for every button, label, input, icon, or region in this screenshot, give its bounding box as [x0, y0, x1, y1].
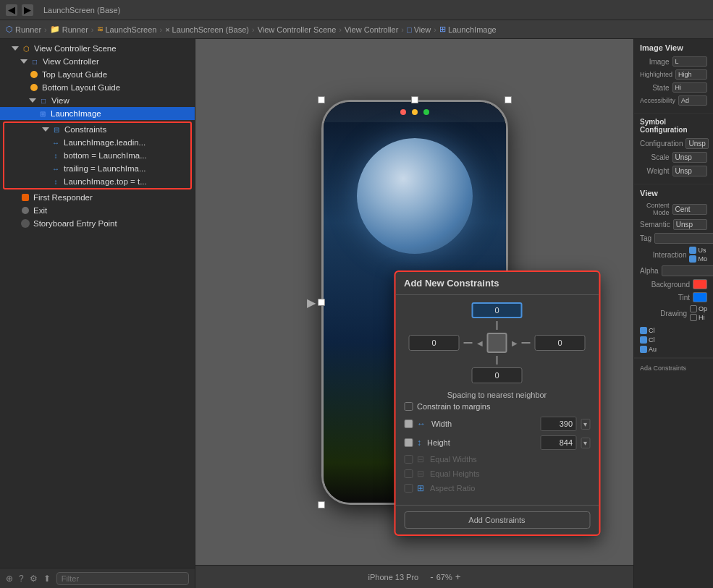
canvas-area[interactable]: ▶ Add New Constraints [195, 39, 633, 565]
breadcrumb-view[interactable]: □ View [407, 25, 431, 34]
filter-icon2: ? [19, 574, 24, 584]
constraint-icon: ↕ [51, 176, 61, 187]
handle-top-mid[interactable] [411, 96, 418, 103]
au-check[interactable] [640, 346, 647, 353]
width-select[interactable]: ▾ [581, 419, 590, 430]
arrow-right-icon: ▶ [512, 339, 518, 347]
sidebar-item-first-responder[interactable]: First Responder [0, 191, 195, 204]
state-value[interactable]: Hi [672, 82, 708, 93]
breadcrumb-vc[interactable]: View Controller [345, 25, 398, 34]
breadcrumb-base[interactable]: × LaunchScreen (Base) [165, 25, 249, 34]
breadcrumb-runner2[interactable]: 📁 Runner [50, 25, 88, 34]
inspector-row-alpha: Alpha [640, 265, 707, 276]
width-checkbox[interactable] [404, 419, 413, 428]
checkbox-group: Cl Cl Au [640, 327, 707, 353]
content-mode-value[interactable]: Cent [672, 204, 708, 215]
width-input[interactable] [540, 417, 576, 431]
height-select[interactable]: ▾ [581, 438, 590, 448]
sidebar-item-vc-scene[interactable]: ⬡ View Controller Scene [0, 42, 195, 55]
zoom-in-button[interactable]: + [455, 571, 461, 582]
zoom-controls: - 67% + [430, 571, 460, 582]
inspector-row-image: Image L [640, 56, 707, 67]
tint-color-swatch[interactable] [693, 292, 707, 302]
breadcrumb-launchimage[interactable]: ⊞ LaunchImage [439, 25, 497, 34]
constraint-line-bottom [497, 356, 498, 365]
drawing-check-2[interactable] [690, 314, 697, 321]
semantic-value[interactable]: Unsp [673, 219, 707, 230]
sidebar-item-bottom-layout[interactable]: Bottom Layout Guide [0, 81, 195, 94]
constraint-row-equal-heights: ⊟ Equal Heights [404, 469, 590, 479]
handle-top-right[interactable] [505, 96, 512, 103]
exit-icon [20, 205, 30, 216]
main-layout: ⬡ View Controller Scene □ View Controlle… [0, 39, 713, 588]
cl1-check[interactable] [640, 327, 647, 334]
background-color-swatch[interactable] [693, 279, 707, 289]
back-button[interactable]: ◀ [6, 4, 17, 16]
filter-input[interactable] [56, 572, 189, 585]
responder-icon [20, 192, 30, 203]
sidebar-item-view[interactable]: □ View [0, 94, 195, 107]
zoom-label: 67% [436, 573, 452, 581]
height-input[interactable] [540, 435, 576, 450]
equal-heights-icon: ⊟ [417, 469, 424, 479]
dot-red [400, 109, 406, 115]
config-value[interactable]: Unsp [685, 138, 708, 149]
scale-value[interactable]: Unsp [672, 152, 708, 163]
sidebar-item-c3[interactable]: ↔ trailing = LaunchIma... [4, 162, 190, 175]
dot-yellow [412, 109, 418, 115]
sidebar-item-c4[interactable]: ↕ LaunchImage.top = t... [4, 175, 190, 188]
zoom-out-button[interactable]: - [430, 571, 433, 582]
sidebar-item-top-layout[interactable]: Top Layout Guide [0, 68, 195, 81]
sidebar-item-launchimage[interactable]: ⊞ LaunchImage [0, 107, 195, 120]
image-value[interactable]: L [672, 56, 708, 67]
breadcrumb-launchscreen[interactable]: ≋ LaunchScreen [97, 25, 157, 34]
equal-widths-icon: ⊟ [417, 454, 424, 464]
interaction-label-2: Mo [698, 255, 707, 263]
aspect-ratio-checkbox[interactable] [404, 484, 413, 493]
constraint-left-input[interactable] [409, 335, 460, 351]
interaction-row-2: Mo [689, 255, 707, 263]
constraint-right-input[interactable] [535, 335, 586, 351]
alpha-input[interactable] [662, 265, 713, 276]
tag-input[interactable] [654, 233, 713, 244]
breadcrumb-runner1[interactable]: ⬡ Runner [6, 25, 41, 34]
constraint-line-top [497, 321, 498, 330]
phone-moon [357, 138, 473, 254]
equal-heights-checkbox[interactable] [404, 469, 413, 478]
sidebar-item-c1[interactable]: ↔ LaunchImage.leadin... [4, 136, 190, 149]
sidebar-item-constraints[interactable]: ⊟ Constraints [4, 123, 190, 136]
sidebar-item-storyboard-entry[interactable]: Storyboard Entry Point [0, 217, 195, 230]
height-checkbox[interactable] [404, 438, 413, 447]
inspector-row-tint: Tint [640, 292, 707, 302]
constraint-middle-row: ◀ ▶ [409, 333, 586, 353]
breadcrumb-vc-scene[interactable]: View Controller Scene [258, 25, 337, 34]
sidebar-item-c2[interactable]: ↕ bottom = LaunchIma... [4, 149, 190, 162]
highlighted-value[interactable]: High [675, 69, 707, 80]
add-constraints-button[interactable]: Add Constraints [404, 511, 590, 529]
constraint-bottom-input[interactable] [472, 367, 523, 383]
cl2-check[interactable] [640, 336, 647, 344]
equal-widths-checkbox[interactable] [404, 455, 413, 464]
drawing-label-2: Hi [699, 314, 705, 321]
sidebar-item-exit[interactable]: Exit [0, 204, 195, 217]
interaction-check-2[interactable] [689, 255, 696, 263]
handle-top-left[interactable] [318, 96, 325, 103]
handle-bottom-left[interactable] [318, 501, 325, 508]
inspector-row-config: Configuration Unsp [640, 138, 707, 149]
interaction-checks: Us Mo [689, 247, 707, 263]
handle-left-mid[interactable] [318, 299, 325, 306]
forward-button[interactable]: ▶ [22, 4, 33, 16]
entry-icon [20, 218, 30, 229]
spacing-label: Spacing to nearest neighbor [404, 391, 590, 399]
margins-checkbox[interactable] [404, 402, 413, 411]
inspector-row-background: Background [640, 279, 707, 289]
arrow-left-icon: ◀ [477, 339, 483, 347]
interaction-check-1[interactable] [689, 247, 696, 254]
drawing-check-1[interactable] [690, 305, 697, 312]
imageview-icon: ⊞ [38, 108, 48, 119]
constraint-top-input[interactable] [472, 302, 523, 318]
weight-value[interactable]: Unsp [672, 166, 708, 176]
accessibility-value[interactable]: Ad [678, 95, 707, 106]
constraint-center-box [487, 333, 507, 353]
sidebar-item-vc[interactable]: □ View Controller [0, 55, 195, 68]
